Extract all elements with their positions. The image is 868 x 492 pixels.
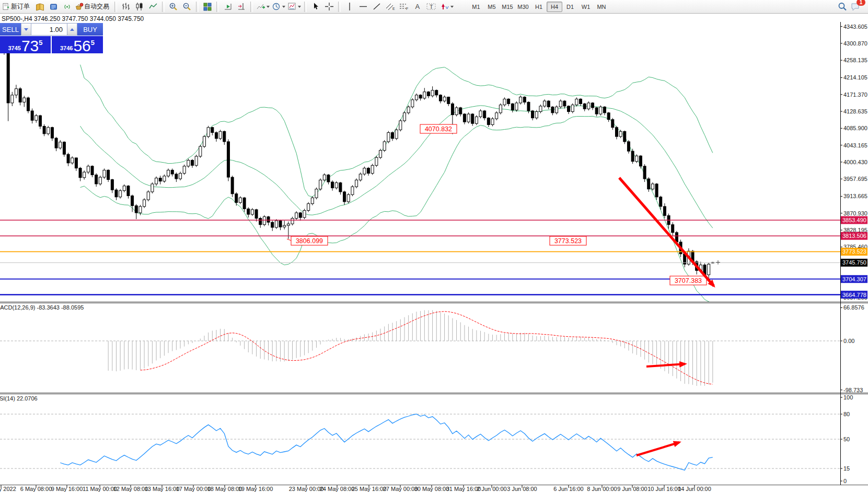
macd-indicator-label: MACD(12,26,9) -83.3643 -88.0595 bbox=[0, 304, 84, 311]
volume-increase-button[interactable] bbox=[67, 23, 77, 36]
sell-price-button[interactable]: 3745735 bbox=[0, 36, 51, 53]
rsi-indicator-label: RSI(14) 22.0706 bbox=[0, 395, 38, 402]
ask-price-big: 56 bbox=[73, 38, 90, 53]
sell-button[interactable]: SELL bbox=[0, 23, 21, 36]
bid-price-big: 73 bbox=[21, 38, 39, 53]
mt4-terminal: 新订单 bbox=[0, 0, 868, 492]
up-triangle-icon bbox=[70, 28, 74, 31]
volume-input[interactable]: 1.00 bbox=[31, 23, 67, 36]
price-axis[interactable] bbox=[840, 22, 868, 485]
buy-button[interactable]: BUY bbox=[77, 23, 103, 36]
bid-price-main: 3745 bbox=[8, 45, 20, 51]
rsi-pane-separator[interactable] bbox=[0, 392, 840, 395]
ask-price-sup: 5 bbox=[91, 39, 95, 47]
time-axis[interactable] bbox=[0, 485, 868, 492]
buy-price-button[interactable]: 3746565 bbox=[52, 36, 103, 53]
down-triangle-icon bbox=[24, 28, 28, 31]
volume-decrease-button[interactable] bbox=[21, 23, 31, 36]
chart-title: SP500-,H4 3746.250 3747.750 3744.050 374… bbox=[2, 15, 144, 22]
one-click-trading-widget: SELL 1.00 BUY 3745735 3746565 bbox=[0, 23, 103, 53]
macd-pane-separator[interactable] bbox=[0, 301, 840, 304]
chart-canvas[interactable] bbox=[0, 22, 840, 485]
bid-price-sup: 5 bbox=[39, 39, 42, 47]
ask-price-main: 3746 bbox=[60, 45, 73, 51]
